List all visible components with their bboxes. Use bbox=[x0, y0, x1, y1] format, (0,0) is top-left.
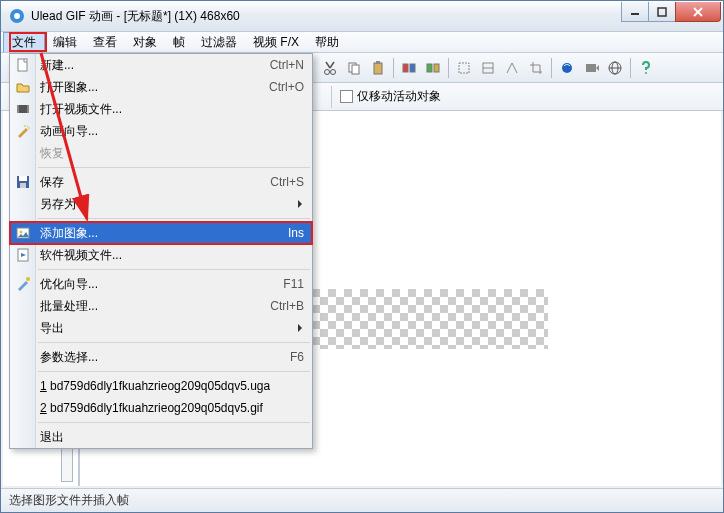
svg-rect-20 bbox=[586, 64, 596, 72]
menu-item-label: 退出 bbox=[40, 429, 304, 446]
main-window: Ulead GIF 动画 - [无标题*] (1X) 468x60 文件 编辑 … bbox=[0, 0, 724, 513]
menu-item: 恢复 bbox=[10, 142, 312, 164]
menu-item-shortcut: Ctrl+B bbox=[270, 299, 304, 313]
checkbox-box[interactable] bbox=[340, 90, 353, 103]
menu-item[interactable]: 优化向导...F11 bbox=[10, 273, 312, 295]
svg-rect-28 bbox=[27, 105, 29, 113]
app-icon bbox=[9, 8, 25, 24]
video-file-icon bbox=[14, 246, 32, 264]
menu-item-label: 1 bd759d6dly1fkuahzrieog209q05dqv5.uga bbox=[40, 379, 304, 393]
svg-rect-11 bbox=[376, 61, 380, 64]
svg-point-7 bbox=[331, 69, 336, 74]
copy-icon[interactable] bbox=[343, 57, 365, 79]
cut-icon[interactable] bbox=[319, 57, 341, 79]
svg-point-1 bbox=[14, 13, 20, 19]
add-image-icon bbox=[14, 224, 32, 242]
menu-item[interactable]: 批量处理...Ctrl+B bbox=[10, 295, 312, 317]
svg-rect-25 bbox=[18, 59, 27, 71]
tool-a-icon[interactable] bbox=[453, 57, 475, 79]
frames2-icon[interactable] bbox=[422, 57, 444, 79]
maximize-button[interactable] bbox=[648, 2, 676, 22]
paste-icon[interactable] bbox=[367, 57, 389, 79]
svg-rect-10 bbox=[374, 63, 382, 74]
file-menu-dropdown: 新建...Ctrl+N打开图象...Ctrl+O打开视频文件...动画向导...… bbox=[9, 53, 313, 449]
menu-object[interactable]: 对象 bbox=[125, 32, 165, 52]
window-title: Ulead GIF 动画 - [无标题*] (1X) 468x60 bbox=[31, 8, 622, 25]
menu-view[interactable]: 查看 bbox=[85, 32, 125, 52]
menu-item[interactable]: 1 bd759d6dly1fkuahzrieog209q05dqv5.uga bbox=[10, 375, 312, 397]
menu-item[interactable]: 2 bd759d6dly1fkuahzrieog209q05dqv5.gif bbox=[10, 397, 312, 419]
open-icon bbox=[14, 78, 32, 96]
menu-item[interactable]: 动画向导... bbox=[10, 120, 312, 142]
menu-item[interactable]: 另存为 bbox=[10, 193, 312, 215]
menu-item-shortcut: F11 bbox=[283, 277, 304, 291]
menu-item[interactable]: 打开视频文件... bbox=[10, 98, 312, 120]
save-icon bbox=[14, 173, 32, 191]
menu-item-label: 另存为 bbox=[40, 196, 304, 213]
titlebar: Ulead GIF 动画 - [无标题*] (1X) 468x60 bbox=[1, 1, 723, 31]
optimize-icon bbox=[14, 275, 32, 293]
statusbar: 选择图形文件并插入帧 bbox=[1, 488, 723, 512]
video-icon bbox=[14, 100, 32, 118]
svg-point-33 bbox=[20, 231, 23, 234]
export-icon[interactable] bbox=[580, 57, 602, 79]
svg-rect-30 bbox=[19, 176, 27, 181]
menu-item-shortcut: F6 bbox=[290, 350, 304, 364]
menu-filter[interactable]: 过滤器 bbox=[193, 32, 245, 52]
frames-icon[interactable] bbox=[398, 57, 420, 79]
crop-icon[interactable] bbox=[525, 57, 547, 79]
tool-b-icon[interactable] bbox=[477, 57, 499, 79]
menu-item-label: 动画向导... bbox=[40, 123, 304, 140]
tool-c-icon[interactable] bbox=[501, 57, 523, 79]
menu-item-label: 打开图象... bbox=[40, 79, 269, 96]
menu-help[interactable]: 帮助 bbox=[307, 32, 347, 52]
globe-icon[interactable] bbox=[604, 57, 626, 79]
menu-item-shortcut: Ctrl+O bbox=[269, 80, 304, 94]
highlight-file-menu bbox=[9, 32, 47, 52]
svg-rect-15 bbox=[434, 64, 439, 72]
menu-item[interactable]: 参数选择...F6 bbox=[10, 346, 312, 368]
status-text: 选择图形文件并插入帧 bbox=[9, 492, 129, 509]
menu-item-shortcut: Ctrl+N bbox=[270, 58, 304, 72]
menu-video-fx[interactable]: 视频 F/X bbox=[245, 32, 307, 52]
menu-item-label: 新建... bbox=[40, 57, 270, 74]
svg-rect-14 bbox=[427, 64, 432, 72]
svg-rect-31 bbox=[20, 183, 26, 188]
menu-item[interactable]: 导出 bbox=[10, 317, 312, 339]
svg-rect-3 bbox=[658, 8, 666, 16]
close-button[interactable] bbox=[675, 2, 721, 22]
menubar: 文件 编辑 查看 对象 帧 过滤器 视频 F/X 帮助 bbox=[1, 31, 723, 53]
menu-item[interactable]: 打开图象...Ctrl+O bbox=[10, 76, 312, 98]
svg-rect-27 bbox=[17, 105, 19, 113]
menu-item-shortcut: Ins bbox=[288, 226, 304, 240]
menu-item[interactable]: 退出 bbox=[10, 426, 312, 448]
menu-item[interactable]: 软件视频文件... bbox=[10, 244, 312, 266]
menu-item-label: 恢复 bbox=[40, 145, 304, 162]
svg-point-24 bbox=[645, 72, 647, 74]
menu-item-label: 打开视频文件... bbox=[40, 101, 304, 118]
menu-item-label: 保存 bbox=[40, 174, 270, 191]
menu-frame[interactable]: 帧 bbox=[165, 32, 193, 52]
svg-rect-13 bbox=[410, 64, 415, 72]
menu-item-shortcut: Ctrl+S bbox=[270, 175, 304, 189]
svg-rect-16 bbox=[459, 63, 469, 73]
checkbox-label: 仅移动活动对象 bbox=[357, 88, 441, 105]
svg-point-35 bbox=[26, 277, 30, 281]
menu-item[interactable]: 新建...Ctrl+N bbox=[10, 54, 312, 76]
new-icon bbox=[14, 56, 32, 74]
wizard-icon bbox=[14, 122, 32, 140]
menu-item-label: 软件视频文件... bbox=[40, 247, 304, 264]
menu-item-label: 2 bd759d6dly1fkuahzrieog209q05dqv5.gif bbox=[40, 401, 304, 415]
menu-item-label: 参数选择... bbox=[40, 349, 290, 366]
menu-item[interactable]: 添加图象...Ins bbox=[10, 222, 312, 244]
help-icon[interactable] bbox=[635, 57, 657, 79]
menu-item[interactable]: 保存Ctrl+S bbox=[10, 171, 312, 193]
svg-rect-9 bbox=[352, 65, 359, 74]
explorer-icon[interactable] bbox=[556, 57, 578, 79]
checkbox-move-active-only[interactable]: 仅移动活动对象 bbox=[340, 88, 441, 105]
menu-item-label: 导出 bbox=[40, 320, 304, 337]
menu-edit[interactable]: 编辑 bbox=[45, 32, 85, 52]
minimize-button[interactable] bbox=[621, 2, 649, 22]
menu-item-label: 添加图象... bbox=[40, 225, 288, 242]
menu-item-label: 批量处理... bbox=[40, 298, 270, 315]
